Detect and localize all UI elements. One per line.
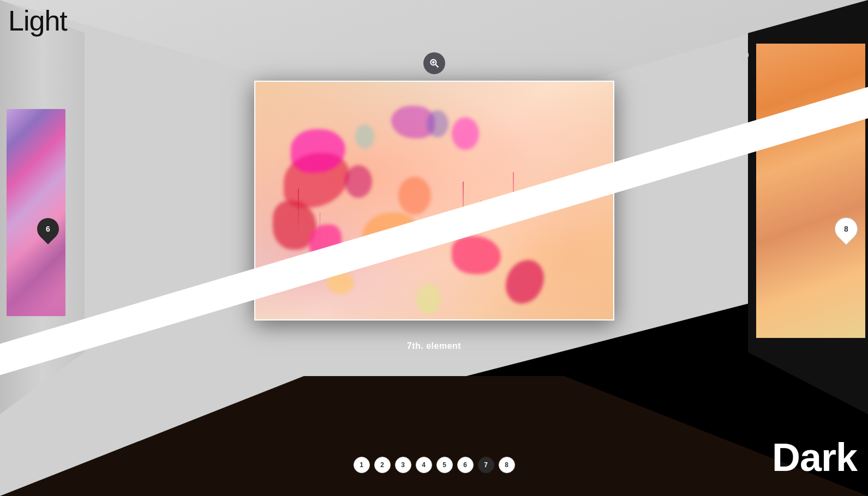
- artwork-right-canvas: [756, 44, 865, 338]
- drip-3: [463, 182, 464, 231]
- artwork-left: [7, 109, 65, 316]
- nav-dot-6[interactable]: 6: [457, 457, 474, 473]
- ceiling-wall: [0, 0, 868, 87]
- artwork-right: [756, 44, 865, 338]
- splash-8: [452, 117, 479, 150]
- splash-7: [506, 260, 544, 304]
- navigation-dots: 1 2 3 4 5 6 7 8: [354, 457, 515, 473]
- nav-badge-left-label: 6: [46, 225, 50, 233]
- nav-dot-4[interactable]: 4: [416, 457, 432, 473]
- dark-title: Dark: [772, 435, 857, 480]
- light-title: Light: [8, 4, 67, 37]
- splash-4: [309, 225, 342, 263]
- splash-11: [362, 213, 417, 256]
- main-artwork-canvas: [255, 82, 613, 319]
- nav-dot-1[interactable]: 1: [354, 457, 370, 473]
- nav-dot-5[interactable]: 5: [436, 457, 453, 473]
- room-container: 6 8: [0, 0, 868, 496]
- nav-dot-8[interactable]: 8: [499, 457, 515, 473]
- artwork-left-canvas: [7, 109, 65, 316]
- splash-13: [327, 272, 354, 294]
- splash-12: [398, 177, 431, 215]
- watercolor-splashes: [255, 82, 613, 319]
- splash-6: [452, 236, 501, 274]
- drip-5: [513, 172, 514, 227]
- drip-2: [320, 213, 320, 245]
- floor-dark: [0, 376, 868, 496]
- light-icon-button[interactable]: [736, 48, 753, 65]
- nav-dot-2[interactable]: 2: [374, 457, 391, 473]
- zoom-button[interactable]: [423, 52, 445, 74]
- drip-1: [298, 189, 299, 232]
- splash-5: [345, 165, 372, 198]
- nav-dot-3[interactable]: 3: [395, 457, 411, 473]
- artwork-label: 7th. element: [407, 341, 461, 351]
- nav-dot-7[interactable]: 7: [478, 457, 494, 473]
- nav-badge-right-label: 8: [844, 225, 848, 233]
- svg-line-1: [435, 65, 438, 68]
- drip-4: [481, 201, 481, 239]
- splash-14: [416, 284, 441, 314]
- main-artwork-frame: [254, 81, 614, 320]
- splash-15: [355, 124, 374, 149]
- splash-10: [427, 110, 448, 137]
